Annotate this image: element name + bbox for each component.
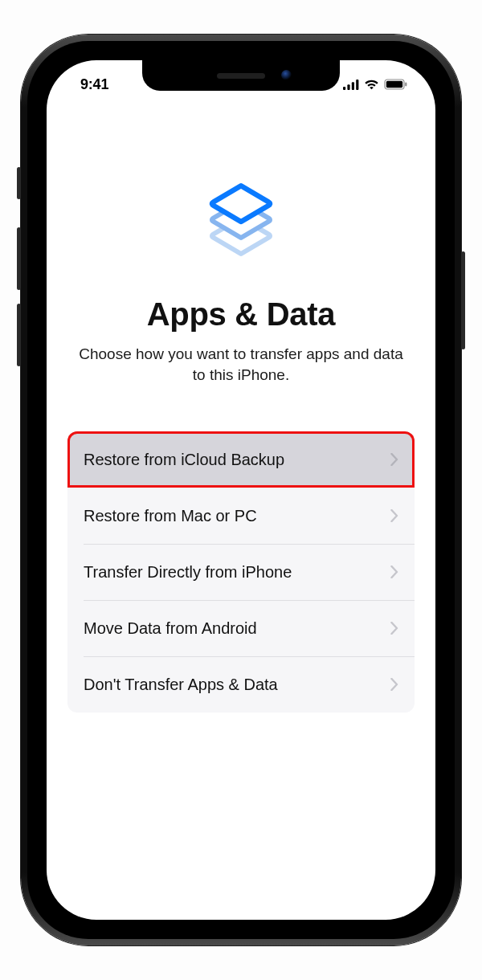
- option-label: Restore from Mac or PC: [84, 507, 257, 525]
- svg-rect-5: [386, 81, 402, 88]
- svg-rect-1: [347, 84, 349, 90]
- cellular-icon: [343, 80, 359, 90]
- svg-rect-2: [352, 82, 354, 90]
- page-title: Apps & Data: [67, 296, 415, 333]
- svg-rect-3: [356, 80, 358, 90]
- option-label: Move Data from Android: [84, 619, 257, 638]
- chevron-right-icon: [390, 453, 398, 466]
- phone-frame: 9:41: [21, 35, 461, 945]
- volume-up-button: [17, 227, 21, 290]
- option-dont-transfer[interactable]: Don't Transfer Apps & Data: [67, 656, 415, 713]
- status-time: 9:41: [69, 71, 108, 93]
- screen: 9:41: [47, 60, 435, 920]
- option-label: Transfer Directly from iPhone: [84, 563, 292, 582]
- notch: [142, 60, 340, 91]
- setup-content: Apps & Data Choose how you want to trans…: [47, 104, 435, 713]
- svg-rect-0: [343, 87, 345, 90]
- chevron-right-icon: [390, 509, 398, 522]
- speaker-grille: [217, 73, 265, 79]
- option-transfer-iphone[interactable]: Transfer Directly from iPhone: [67, 544, 415, 600]
- front-camera: [281, 70, 292, 80]
- svg-rect-6: [405, 83, 406, 87]
- page-subtitle: Choose how you want to transfer apps and…: [79, 344, 403, 385]
- option-restore-mac-pc[interactable]: Restore from Mac or PC: [67, 488, 415, 544]
- device-mockup: 9:41: [0, 0, 482, 980]
- option-move-android[interactable]: Move Data from Android: [67, 600, 415, 656]
- volume-down-button: [17, 304, 21, 366]
- apps-data-icon: [189, 173, 293, 277]
- chevron-right-icon: [390, 678, 398, 691]
- option-label: Restore from iCloud Backup: [84, 451, 284, 469]
- chevron-right-icon: [390, 622, 398, 635]
- wifi-icon: [364, 79, 379, 90]
- silence-switch: [17, 167, 21, 199]
- options-list: Restore from iCloud Backup Restore from …: [67, 431, 415, 713]
- chevron-right-icon: [390, 566, 398, 578]
- option-label: Don't Transfer Apps & Data: [84, 676, 278, 694]
- status-icons: [343, 74, 413, 90]
- phone-bezel: 9:41: [27, 41, 455, 939]
- option-restore-icloud[interactable]: Restore from iCloud Backup: [67, 431, 415, 488]
- battery-icon: [384, 79, 408, 90]
- power-button: [461, 251, 465, 349]
